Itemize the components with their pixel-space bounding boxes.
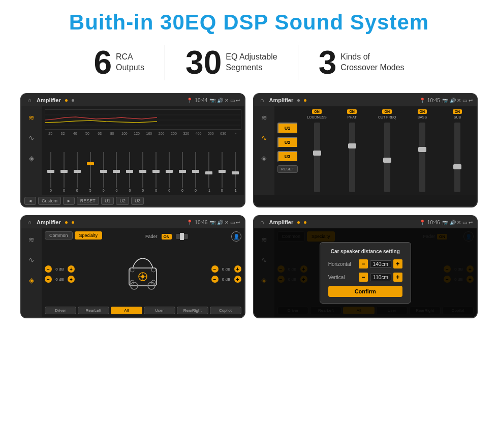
reset-btn-amp[interactable]: RESET (277, 165, 298, 173)
eq-slider-col-6[interactable]: 0 (123, 152, 136, 192)
eq-labels: 25 32 40 50 63 80 100 125 160 200 250 32… (45, 132, 241, 135)
vol-val-3: 0 dB (220, 277, 233, 282)
specialty-tab[interactable]: Specialty (75, 231, 103, 240)
stats-row: 6 RCAOutputs 30 EQ AdjustableSegments 3 … (15, 45, 483, 80)
screen-dialog: ⌂ Amplifier 📍 10:46 📷 🔊 ✕ ▭ ↩ ≋ ∿ ◈ (253, 215, 478, 318)
eq-label-5: 80 (106, 132, 117, 135)
vol-plus-3[interactable]: + (234, 276, 241, 283)
all-btn[interactable]: All (111, 307, 142, 314)
vol-minus-3[interactable]: − (211, 276, 219, 283)
copilot-btn[interactable]: Copilot (210, 307, 241, 314)
custom-button[interactable]: Custom (38, 197, 61, 205)
rearleft-btn[interactable]: RearLeft (78, 307, 109, 314)
horizontal-minus[interactable]: − (359, 259, 368, 268)
app-title-1: Amplifier (37, 97, 61, 103)
prev-button[interactable]: ◄ (24, 197, 36, 205)
eq-val-11: 0 (195, 189, 197, 192)
screen-amp: ⌂ Amplifier 📍 10:45 📷 🔊 ✕ ▭ ↩ ≋ ∿ ◈ (253, 93, 478, 207)
sidebar-wave-icon-2[interactable]: ∿ (257, 131, 271, 145)
eq-slider-col-9[interactable]: 0 (163, 152, 175, 192)
ch-label-cutfreq: CUT FREQ (378, 115, 396, 119)
fader-on-badge[interactable]: ON (162, 234, 172, 240)
sidebar-eq-icon-3[interactable]: ≋ (24, 232, 39, 247)
time-3: 10:46 (195, 220, 207, 225)
eq-val-7: 0 (142, 189, 144, 192)
eq-slider-col-1[interactable]: 0 (58, 152, 70, 192)
eq-slider-col-3[interactable]: 5 (84, 152, 97, 192)
status-dot-4b (304, 221, 306, 224)
u1-button[interactable]: U1 (101, 197, 114, 205)
on-badge-bass[interactable]: ON (418, 109, 427, 114)
profile-icon[interactable]: 👤 (231, 231, 241, 242)
vertical-plus[interactable]: + (393, 273, 402, 282)
eq-slider-col-8[interactable]: 0 (150, 152, 162, 192)
eq-label-expand: » (230, 132, 241, 135)
driver-btn[interactable]: Driver (45, 307, 76, 314)
vol-minus-2[interactable]: − (211, 265, 219, 273)
vol-row-1: − 0 dB + (45, 276, 75, 283)
eq-slider-col-11[interactable]: 0 (190, 152, 202, 192)
eq-slider-col-12[interactable]: -1 (203, 152, 215, 192)
vertical-minus[interactable]: − (359, 273, 368, 282)
eq-slider-col-2[interactable]: 0 (71, 152, 83, 192)
on-badge-phat[interactable]: ON (347, 109, 357, 114)
confirm-button[interactable]: Confirm (328, 286, 402, 297)
sidebar-eq-icon[interactable]: ≋ (24, 110, 39, 125)
eq-val-6: 0 (129, 189, 131, 192)
common-tab[interactable]: Common (45, 231, 73, 240)
on-badge-sub[interactable]: ON (453, 109, 462, 114)
vol-val-2: 0 dB (220, 267, 233, 272)
svg-point-10 (130, 268, 134, 272)
u3-button[interactable]: U3 (131, 197, 144, 205)
vol-plus-2[interactable]: + (234, 265, 241, 273)
vol-minus-1[interactable]: − (45, 276, 52, 283)
eq-slider-col-10[interactable]: 0 (176, 152, 189, 192)
app-title-2: Amplifier (269, 97, 294, 103)
vol-plus-0[interactable]: + (68, 265, 75, 273)
sidebar-speaker-icon-3[interactable]: ◈ (24, 273, 39, 287)
stat-label-eq: EQ AdjustableSegments (226, 52, 277, 73)
sidebar-wave-icon[interactable]: ∿ (24, 131, 39, 145)
home-icon-4: ⌂ (258, 218, 266, 226)
eq-slider-col-14[interactable]: -1 (229, 152, 241, 192)
u2-preset[interactable]: U2 (277, 137, 298, 148)
eq-slider-col-4[interactable]: 0 (98, 152, 110, 192)
vol-minus-0[interactable]: − (45, 265, 52, 273)
sidebar-speaker-icon-2[interactable]: ◈ (257, 151, 271, 165)
eq-graph (45, 109, 241, 130)
status-icons-4: 📍 10:46 📷 🔊 ✕ ▭ ↩ (419, 220, 473, 225)
rearright-btn[interactable]: RearRight (177, 307, 208, 314)
screen-body-4: ≋ ∿ ◈ Common Specialty Fader ON 👤 (254, 228, 477, 317)
eq-bottom-bar: ◄ Custom ► RESET U1 U2 U3 (21, 195, 244, 206)
home-icon-3: ⌂ (25, 218, 34, 226)
user-btn[interactable]: User (144, 307, 175, 314)
sidebar-eq-icon-2[interactable]: ≋ (257, 110, 271, 125)
eq-slider-col-5[interactable]: 0 (111, 152, 123, 192)
screens-grid: ⌂ Amplifier 📍 10:44 📷 🔊 ✕ ▭ ↩ ≋ ∿ ◈ (15, 93, 483, 318)
vol-plus-1[interactable]: + (68, 276, 75, 283)
vertical-label: Vertical (328, 275, 345, 280)
fader-slider[interactable] (176, 234, 188, 239)
eq-label-10: 250 (168, 132, 179, 135)
sidebar-speaker-icon[interactable]: ◈ (24, 151, 39, 165)
eq-slider-col-13[interactable]: 0 (216, 152, 228, 192)
eq-label-6: 100 (119, 132, 130, 135)
on-badge-loudness[interactable]: ON (312, 109, 322, 114)
on-badge-cutfreq[interactable]: ON (382, 109, 392, 114)
eq-val-3: 5 (89, 189, 91, 192)
u1-preset[interactable]: U1 (277, 123, 298, 134)
reset-button[interactable]: RESET (77, 197, 99, 205)
eq-slider-col-7[interactable]: 0 (137, 152, 149, 192)
eq-val-1: 0 (63, 189, 65, 192)
horizontal-plus[interactable]: + (393, 259, 402, 268)
next-button[interactable]: ► (63, 197, 75, 205)
sidebar-wave-icon-3[interactable]: ∿ (24, 253, 39, 267)
svg-point-11 (151, 268, 155, 272)
eq-slider-col-0[interactable]: 0 (45, 152, 57, 192)
eq-val-10: 0 (181, 189, 183, 192)
ch-label-phat: PHAT (348, 115, 357, 119)
u3-preset[interactable]: U3 (277, 151, 298, 162)
speaker-content: Common Specialty Fader ON 👤 (42, 228, 244, 317)
eq-val-5: 0 (116, 189, 118, 192)
u2-button[interactable]: U2 (116, 197, 129, 205)
